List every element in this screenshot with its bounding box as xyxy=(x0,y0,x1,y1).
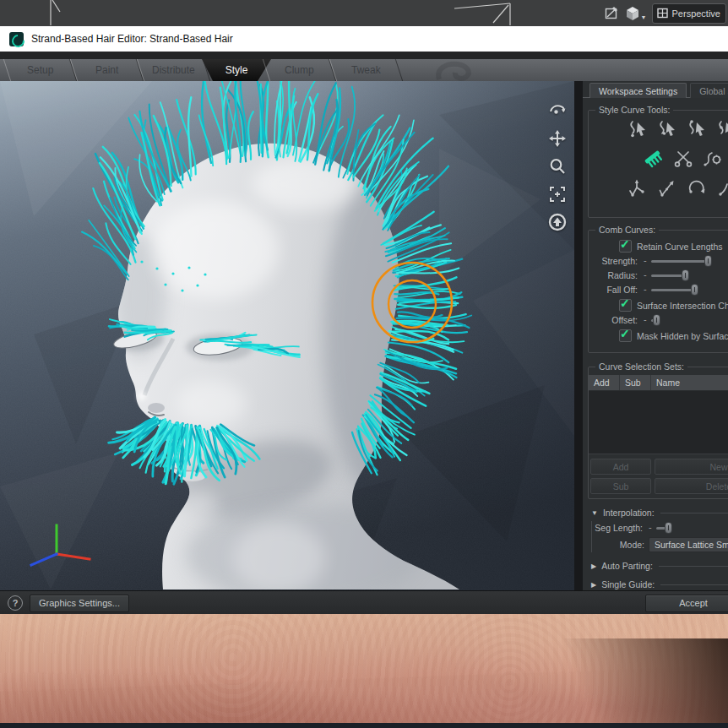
tabbar-swirl-decoration xyxy=(432,61,483,81)
orbit-tool-icon[interactable] xyxy=(546,100,568,122)
style-curve-tools-title: Style Curve Tools: xyxy=(595,105,673,115)
surface-intersection-check-checkbox[interactable]: ✓ xyxy=(619,299,632,312)
selection-sets-list[interactable] xyxy=(589,391,728,454)
draw-style-cube-icon[interactable] xyxy=(624,5,641,22)
tool-select-curve-icon[interactable] xyxy=(627,118,649,140)
comb-curves-title: Comb Curves: xyxy=(595,225,659,235)
reset-view-icon[interactable] xyxy=(546,211,568,233)
curve-selection-sets-title: Curve Selection Sets: xyxy=(595,361,687,372)
expander-right-icon: ▶ xyxy=(591,562,596,570)
column-name[interactable]: Name xyxy=(651,375,728,390)
tool-select-curve-points-icon[interactable] xyxy=(716,118,728,140)
tool-bend-curve-icon[interactable] xyxy=(687,177,709,199)
tool-straighten-curve-icon[interactable] xyxy=(657,177,679,199)
dialog-body: Setup Paint Distribute Style Clump Tweak xyxy=(0,52,728,614)
dialog-footer: ? Graphics Settings... Accept xyxy=(0,590,728,615)
viewport-nav-toolbar xyxy=(546,100,568,233)
tab-clump[interactable]: Clump xyxy=(263,59,336,81)
tool-scissors-icon[interactable] xyxy=(672,148,694,170)
tab-setup[interactable]: Setup xyxy=(3,59,77,81)
strength-slider[interactable] xyxy=(651,255,719,267)
offset-slider[interactable] xyxy=(651,314,719,326)
add-set-button[interactable]: Add xyxy=(590,459,651,475)
tab-style[interactable]: Style xyxy=(202,59,271,81)
tool-extend-curve-icon[interactable] xyxy=(627,177,649,199)
frame-view-icon[interactable] xyxy=(546,183,568,205)
editor-tabbar: Setup Paint Distribute Style Clump Tweak xyxy=(0,59,728,81)
offset-slider-row: Offset: - xyxy=(589,313,728,327)
tool-twist-curve-icon[interactable] xyxy=(716,177,728,199)
mask-hidden-checkbox[interactable]: ✓ xyxy=(619,329,632,342)
radius-slider-row: Radius: - xyxy=(589,269,728,282)
interpolation-expander[interactable]: ▼ Interpolation: xyxy=(591,508,728,518)
tab-workspace-settings[interactable]: Workspace Settings xyxy=(589,83,687,98)
seg-length-slider-row: Seg Length: - xyxy=(592,521,728,535)
auto-parting-expander[interactable]: ▶ Auto Parting: xyxy=(591,561,728,571)
radius-slider[interactable] xyxy=(651,269,719,281)
tool-select-curve-end-icon[interactable] xyxy=(657,118,679,140)
column-add[interactable]: Add xyxy=(589,375,620,390)
expander-down-icon: ▼ xyxy=(591,509,598,517)
tab-paint[interactable]: Paint xyxy=(70,59,144,81)
selection-sets-header: Add Sub Name xyxy=(589,375,728,391)
tab-global-settings[interactable]: Global Settings xyxy=(690,83,728,98)
delete-set-button[interactable]: Delete xyxy=(655,478,728,494)
dialog-title-bar[interactable]: Strand-Based Hair Editor: Strand-Based H… xyxy=(0,26,728,52)
tool-select-curve-root-icon[interactable] xyxy=(687,118,709,140)
new-set-button[interactable]: New xyxy=(655,459,728,475)
falloff-slider-row: Fall Off: - xyxy=(589,283,728,296)
single-guide-expander[interactable]: ▶ Single Guide: xyxy=(591,579,728,589)
strength-slider-row: Strength: - xyxy=(589,254,728,268)
style-curve-tools-group: Style Curve Tools: xyxy=(588,110,728,218)
strand-based-hair-editor-window: ▼ Perspective Strand-Based Hair Editor: … xyxy=(0,0,728,728)
viewport-panel-separator xyxy=(574,81,583,590)
skin-shadow-wedge xyxy=(492,638,728,723)
tab-distribute[interactable]: Distribute xyxy=(137,59,210,81)
viewport-render xyxy=(0,81,574,590)
dialog-title: Strand-Based Hair Editor: Strand-Based H… xyxy=(31,33,233,45)
viewport-canvas[interactable] xyxy=(0,81,574,590)
aux-viewport-icon[interactable] xyxy=(604,6,619,21)
accept-button[interactable]: Accept xyxy=(645,595,728,612)
column-sub[interactable]: Sub xyxy=(620,375,651,390)
bottom-dark-strip xyxy=(0,723,728,728)
scene-background-strip: ▼ Perspective xyxy=(0,0,728,27)
curve-selection-sets-group: Curve Selection Sets: Add Sub Name Add N… xyxy=(588,367,728,499)
sub-set-button[interactable]: Sub xyxy=(590,478,651,494)
graphics-settings-button[interactable]: Graphics Settings... xyxy=(30,595,129,612)
retain-curve-lengths-checkbox[interactable]: ✓ xyxy=(619,240,632,253)
falloff-slider[interactable] xyxy=(651,284,719,296)
camera-selector[interactable]: Perspective xyxy=(652,3,726,24)
background-render xyxy=(0,614,728,728)
cube-dropdown-caret[interactable]: ▼ xyxy=(641,14,647,20)
viewport-grid-icon xyxy=(657,8,668,19)
camera-label: Perspective xyxy=(672,8,720,19)
settings-panel: Workspace Settings Global Settings Style… xyxy=(583,81,728,590)
tool-comb-icon-active[interactable] xyxy=(643,148,665,170)
interpolation-mode-dropdown[interactable]: Surface Lattice Smoothing xyxy=(649,537,728,552)
tab-tweak[interactable]: Tweak xyxy=(329,59,403,81)
expander-right-icon: ▶ xyxy=(591,581,596,589)
comb-curves-group: Comb Curves: ✓ Retain Curve Lengths Stre… xyxy=(588,230,728,353)
tool-curve-settings-icon[interactable] xyxy=(702,148,724,170)
pan-tool-icon[interactable] xyxy=(546,128,568,149)
help-icon[interactable]: ? xyxy=(8,595,23,611)
seg-length-slider[interactable] xyxy=(656,522,685,534)
hair-editor-logo-icon xyxy=(9,32,24,46)
zoom-tool-icon[interactable] xyxy=(546,155,568,177)
